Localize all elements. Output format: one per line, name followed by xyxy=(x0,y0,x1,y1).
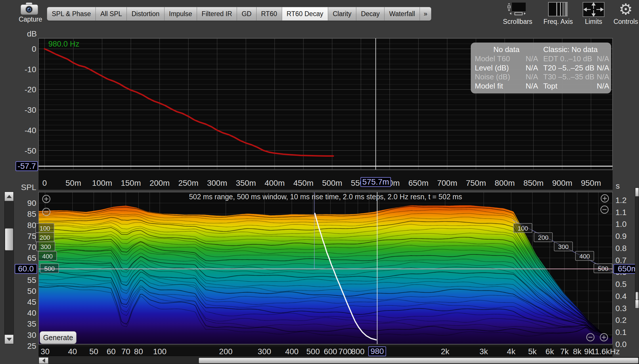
axis-tick: 0.2 xyxy=(615,316,627,325)
freq-cursor-value[interactable]: 980 xyxy=(369,347,386,356)
time-slice-label-left-text: 200 xyxy=(40,234,50,241)
axis-tick: 50m xyxy=(66,179,81,187)
info-row: Model T60N/A EDT 0..–10 dBN/A xyxy=(475,54,607,64)
time-slice-label-right: 200 xyxy=(534,233,552,242)
axis-tick: 400m xyxy=(265,179,285,187)
axis-tick: 80 xyxy=(134,347,143,356)
axis-tick: 4k xyxy=(507,347,516,356)
tool-scrollbars[interactable]: Scrollbars xyxy=(499,2,536,26)
axis-tick: 250m xyxy=(178,179,198,187)
axis-tick: 200 xyxy=(219,347,233,356)
gear-icon: ⚙ xyxy=(619,2,633,17)
info-row: Level (dB)N/A T20 –5..–25 dBN/A xyxy=(475,64,607,73)
tool-label: Controls xyxy=(607,18,639,26)
capture-button[interactable] xyxy=(20,2,39,17)
axis-tick: 50 xyxy=(89,347,98,356)
tool-limits[interactable]: Limits xyxy=(575,2,612,26)
axis-tick: 200m xyxy=(150,179,170,187)
time-slice-label-right: 400 xyxy=(575,251,594,260)
waterfall-chart[interactable]: 100100200200300300400400500500502 ms ran… xyxy=(15,181,639,357)
time-cursor-value[interactable]: 575.7m xyxy=(361,177,391,187)
tab-filtered-ir[interactable]: Filtered IR xyxy=(197,7,237,20)
tool-freq-axis[interactable]: Freq. Axis xyxy=(539,2,577,26)
axis-tick: 100 xyxy=(153,347,167,356)
time-slice-label-left: 400 xyxy=(38,251,57,260)
axis-tick: 300m xyxy=(207,179,227,187)
scroll-thumb[interactable] xyxy=(5,228,13,250)
axis-tick: 800 xyxy=(351,347,365,356)
axis-tick: 0 xyxy=(32,45,36,53)
axis-tick: 1.0 xyxy=(615,220,627,229)
time-axis-label: s xyxy=(616,181,620,190)
axis-tick: 55 xyxy=(27,276,36,285)
axis-tick: 90 xyxy=(27,199,36,208)
info-row: Noise (dB)N/A T30 –5..–35 dBN/A xyxy=(475,72,607,82)
time-slice-label-right: 100 xyxy=(514,223,532,233)
right-vertical-scrollbar[interactable] xyxy=(635,187,639,309)
scroll-up-button[interactable] xyxy=(5,192,14,201)
info-classic: Classic: No data xyxy=(538,45,607,54)
axis-tick: 0.9 xyxy=(615,232,627,241)
tab-clarity[interactable]: Clarity xyxy=(328,7,356,20)
axis-tick: 1.2 xyxy=(615,196,627,205)
axis-tick: -40 xyxy=(25,126,36,135)
axis-tick: 350m xyxy=(236,179,256,187)
scroll-down-button[interactable] xyxy=(635,300,639,308)
tab-decay[interactable]: Decay xyxy=(356,7,384,20)
tab-impulse[interactable]: Impulse xyxy=(164,7,197,20)
generate-button[interactable]: Generate xyxy=(40,331,76,344)
tab-waterfall[interactable]: Waterfall xyxy=(384,7,420,20)
level-cursor-value[interactable]: -57.7 xyxy=(16,162,38,171)
zoom-out-icon[interactable] xyxy=(43,208,50,216)
scroll-thumb[interactable] xyxy=(636,292,638,300)
waterfall-status-text: 502 ms range, 500 ms window, 10 ms rise … xyxy=(189,193,462,201)
zoom-in-icon[interactable] xyxy=(600,334,608,341)
axis-tick: 35 xyxy=(27,319,36,328)
axis-tick: 700m xyxy=(437,179,457,187)
time-slice-label-right-text: 400 xyxy=(579,253,590,260)
axis-tick: 650m xyxy=(408,179,428,187)
zoom-in-icon[interactable] xyxy=(601,195,609,202)
tool-label: Limits xyxy=(575,18,612,26)
tab-all-spl[interactable]: All SPL xyxy=(96,7,127,20)
tab--[interactable]: » xyxy=(420,7,431,20)
axis-tick: 11.6kHz xyxy=(591,347,620,356)
axis-tick: 1.1 xyxy=(615,208,627,217)
y-axis-unit: dB xyxy=(27,29,37,38)
axis-tick: 0.8 xyxy=(615,244,627,253)
rew-window: 0-10-20-30-40-50dB050m100m150m200m250m30… xyxy=(0,0,639,364)
tab-spl-phase[interactable]: SPL & Phase xyxy=(47,7,96,20)
tab-rt60-decay[interactable]: RT60 Decay xyxy=(282,7,328,20)
axis-tick: 800m xyxy=(495,179,515,187)
scroll-down-button[interactable] xyxy=(5,335,14,344)
scroll-up-button[interactable] xyxy=(635,188,639,196)
rt60-info-panel: No data Classic: No data Model T60N/A ED… xyxy=(471,43,611,93)
spl-cursor-value[interactable]: 60.0 xyxy=(15,264,37,273)
axis-tick: -10 xyxy=(25,65,36,74)
axis-tick: 60 xyxy=(107,347,116,356)
zoom-in-icon[interactable] xyxy=(43,195,50,203)
scroll-left-button[interactable] xyxy=(39,357,48,364)
tab-bar: SPL & PhaseAll SPLDistortionImpulseFilte… xyxy=(47,7,431,21)
tab-distortion[interactable]: Distortion xyxy=(127,7,164,20)
axis-tick: 700 xyxy=(338,347,352,356)
axis-tick: 70 xyxy=(121,347,130,356)
axis-tick: 40 xyxy=(27,309,36,317)
tab-rt60[interactable]: RT60 xyxy=(257,7,282,20)
left-vertical-scrollbar[interactable] xyxy=(4,191,14,344)
time-slice-label-left: 200 xyxy=(36,233,54,242)
time-slice-label-left: 100 xyxy=(36,223,54,233)
time-slice-label-right: 300 xyxy=(554,242,573,251)
horizontal-scrollbar[interactable] xyxy=(39,357,639,364)
scroll-thumb[interactable] xyxy=(199,358,638,363)
zoom-out-icon[interactable] xyxy=(587,334,594,341)
zoom-out-icon[interactable] xyxy=(601,206,608,213)
tool-controls[interactable]: ⚙ Controls xyxy=(607,2,639,26)
level-cursor-value-text: -57.7 xyxy=(18,162,36,170)
time-slice-label-left-text: 400 xyxy=(42,253,53,260)
tab-gd[interactable]: GD xyxy=(237,7,257,20)
axis-tick: 7k xyxy=(560,347,569,356)
axis-tick: 0.1 xyxy=(615,328,627,337)
axis-tick: 500 xyxy=(306,347,320,356)
time-slice-label-left-text: 100 xyxy=(40,225,50,232)
